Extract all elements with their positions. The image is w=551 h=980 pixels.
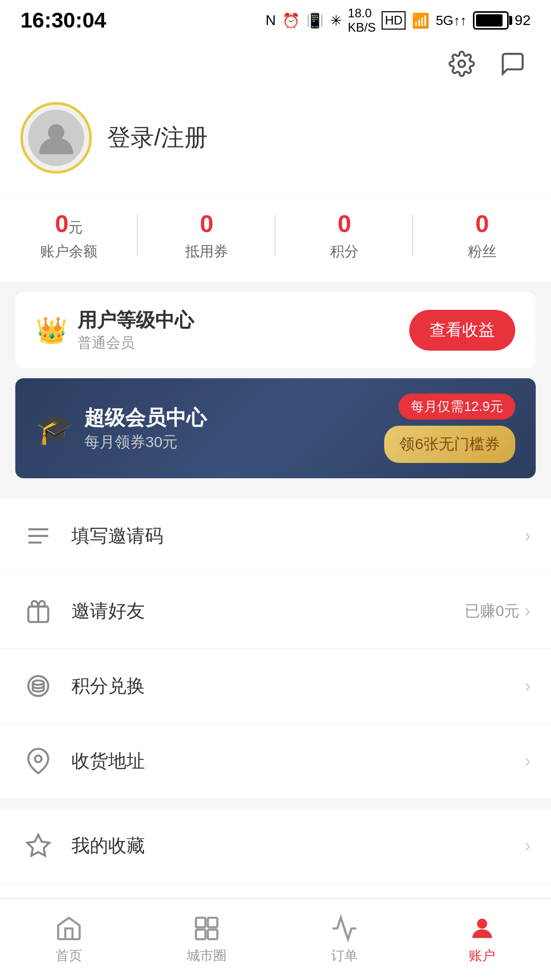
chevron-icon: › <box>524 750 531 772</box>
stats-section: 0 元 账户余额 0 抵用券 0 积分 0 粉丝 <box>0 194 551 282</box>
stat-coupons-number: 0 <box>200 210 214 238</box>
invite-friends-right: 已赚0元 › <box>465 600 531 622</box>
nav-item-home[interactable]: 首页 <box>0 914 138 965</box>
stat-points-number: 0 <box>338 210 352 238</box>
alarm-icon: ⏰ <box>282 12 300 29</box>
crown-icon: 👑 <box>36 315 67 345</box>
toolbar <box>0 41 551 87</box>
chevron-icon: › <box>524 600 531 622</box>
bottom-nav: 首页 城市圈 订单 账户 <box>0 898 551 980</box>
invite-friends-label: 邀请好友 <box>71 599 465 624</box>
stat-points-label: 积分 <box>330 242 359 261</box>
message-button[interactable] <box>495 46 531 82</box>
stat-coupons[interactable]: 0 抵用券 <box>138 210 276 261</box>
coins-icon <box>20 668 56 704</box>
stat-coupons-label: 抵用券 <box>185 242 228 261</box>
svg-point-0 <box>459 61 465 67</box>
nav-item-city-circle[interactable]: 城市圈 <box>138 914 276 965</box>
points-exchange-label: 积分兑换 <box>71 674 524 699</box>
settings-button[interactable] <box>444 46 480 82</box>
svg-rect-19 <box>208 929 217 939</box>
battery-icon <box>473 11 509 30</box>
membership-section: 👑 用户等级中心 普通会员 查看收益 🎓 超级会员中心 每月领券30元 每月仅需… <box>0 282 551 488</box>
stat-followers-number: 0 <box>475 210 489 238</box>
chevron-icon: › <box>524 675 531 697</box>
delivery-address-label: 收货地址 <box>71 749 524 774</box>
status-time: 16:30:04 <box>20 8 106 33</box>
nav-orders-label: 订单 <box>331 947 358 965</box>
level-subtitle: 普通会员 <box>78 333 194 353</box>
stat-balance-number: 0 <box>55 210 69 238</box>
stat-followers-label: 粉丝 <box>468 242 496 261</box>
status-bar: 16:30:04 N ⏰ 📳 ✳ 18.0KB/S HD 📶 5G↑↑ 92 <box>0 0 551 41</box>
stat-balance-label: 账户余额 <box>40 242 97 261</box>
stat-followers[interactable]: 0 粉丝 <box>413 210 551 261</box>
nav-item-orders[interactable]: 订单 <box>276 914 413 965</box>
points-exchange-right: › <box>524 675 531 697</box>
hd-icon: HD <box>382 11 406 30</box>
nav-city-circle-label: 城市圈 <box>187 947 227 965</box>
invite-code-label: 填写邀请码 <box>71 524 524 549</box>
price-badge: 每月仅需12.9元 <box>398 394 515 420</box>
menu-item-invite-code[interactable]: 填写邀请码 › <box>0 499 551 574</box>
coupon-button[interactable]: 领6张无门槛券 <box>384 426 515 463</box>
view-earnings-button[interactable]: 查看收益 <box>409 310 515 351</box>
list-icon <box>20 518 56 554</box>
profile-section: 登录/注册 <box>0 87 551 194</box>
super-member-right: 每月仅需12.9元 领6张无门槛券 <box>384 394 515 463</box>
svg-rect-18 <box>196 929 206 939</box>
delivery-address-right: › <box>524 750 531 772</box>
menu-item-favorites[interactable]: 我的收藏 › <box>0 808 551 884</box>
menu-item-delivery-address[interactable]: 收货地址 › <box>0 724 551 798</box>
favorites-right: › <box>524 835 531 856</box>
menu-item-points-exchange[interactable]: 积分兑换 › <box>0 649 551 724</box>
location-icon <box>20 743 56 779</box>
avatar[interactable] <box>20 102 92 174</box>
stat-balance-unit: 元 <box>68 218 83 237</box>
menu-item-invite-friends[interactable]: 邀请好友 已赚0元 › <box>0 574 551 649</box>
super-member-info: 超级会员中心 每月领券30元 <box>84 404 207 453</box>
level-left: 👑 用户等级中心 普通会员 <box>36 307 194 353</box>
level-info: 用户等级中心 普通会员 <box>78 307 194 353</box>
stat-points[interactable]: 0 积分 <box>276 210 413 261</box>
battery-fill <box>476 14 503 27</box>
status-icons: N ⏰ 📳 ✳ 18.0KB/S HD 📶 5G↑↑ 92 <box>266 6 531 35</box>
bluetooth-icon: ✳ <box>330 12 342 29</box>
star-icon <box>20 828 56 864</box>
nfc-icon: N <box>266 12 276 29</box>
level-title: 用户等级中心 <box>78 307 194 333</box>
login-register-button[interactable]: 登录/注册 <box>107 122 208 154</box>
svg-rect-17 <box>208 918 217 927</box>
gift-icon <box>20 593 56 629</box>
data-speed-icon: 18.0KB/S <box>348 6 376 35</box>
wifi-icon: 📶 <box>412 12 430 29</box>
nav-home-label: 首页 <box>56 947 82 965</box>
svg-point-20 <box>478 919 487 928</box>
super-member-title: 超级会员中心 <box>84 404 207 432</box>
chevron-icon: › <box>524 525 531 547</box>
invite-earned-text: 已赚0元 <box>465 601 519 622</box>
avatar-image <box>28 110 84 166</box>
invite-code-right: › <box>524 525 531 547</box>
menu-group-1: 填写邀请码 › 邀请好友 已赚0元 › 积分兑换 <box>0 499 551 798</box>
super-member-subtitle: 每月领券30元 <box>84 432 207 453</box>
signal-5g-icon: 5G↑↑ <box>436 13 467 29</box>
svg-rect-16 <box>196 918 206 927</box>
nav-account-label: 账户 <box>469 947 495 965</box>
svg-point-8 <box>33 680 44 685</box>
svg-point-9 <box>35 755 42 762</box>
favorites-label: 我的收藏 <box>71 834 524 859</box>
graduation-icon: 🎓 <box>36 410 74 447</box>
super-member-left: 🎓 超级会员中心 每月领券30元 <box>36 404 207 453</box>
battery-percent: 92 <box>515 12 531 29</box>
user-level-card[interactable]: 👑 用户等级中心 普通会员 查看收益 <box>15 292 536 368</box>
nav-item-account[interactable]: 账户 <box>413 914 551 965</box>
svg-point-7 <box>29 676 48 696</box>
super-member-banner[interactable]: 🎓 超级会员中心 每月领券30元 每月仅需12.9元 领6张无门槛券 <box>15 378 536 478</box>
chevron-icon: › <box>524 835 531 856</box>
svg-marker-10 <box>27 835 49 855</box>
stat-balance[interactable]: 0 元 账户余额 <box>0 210 138 261</box>
vibrate-icon: 📳 <box>306 12 324 29</box>
